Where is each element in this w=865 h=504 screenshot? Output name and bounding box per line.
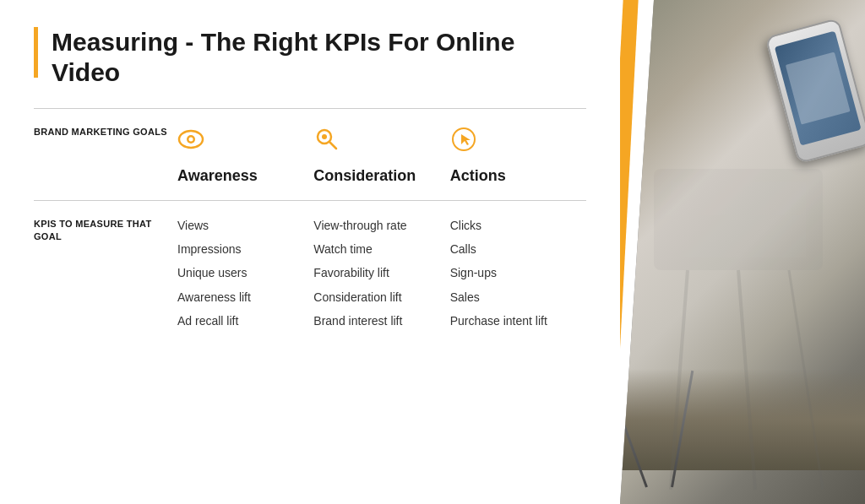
svg-point-5 bbox=[322, 134, 327, 139]
kpi-calls: Calls bbox=[450, 241, 569, 257]
kpi-clicks: Clicks bbox=[450, 218, 569, 233]
goals-columns: Awareness Consideration bbox=[177, 126, 586, 185]
actions-column: Actions bbox=[450, 126, 586, 185]
divider-1 bbox=[34, 108, 586, 109]
kpis-columns: Views Impressions Unique users Awareness… bbox=[177, 218, 586, 328]
kpi-consideration-lift: Consideration lift bbox=[313, 290, 432, 305]
awareness-title: Awareness bbox=[177, 167, 258, 185]
divider-2 bbox=[34, 200, 586, 201]
brand-marketing-goals-label: BRAND MARKETING GOALS bbox=[34, 126, 177, 138]
goals-header-row: BRAND MARKETING GOALS Awareness bbox=[34, 126, 586, 185]
svg-line-10 bbox=[738, 270, 755, 490]
kpi-watch-time: Watch time bbox=[313, 241, 432, 257]
title-bar: Measuring - The Right KPIs For Online Vi… bbox=[34, 27, 586, 88]
svg-line-4 bbox=[329, 142, 336, 149]
eye-icon bbox=[177, 126, 204, 162]
left-content: Measuring - The Right KPIs For Online Vi… bbox=[0, 0, 620, 504]
awareness-column: Awareness bbox=[177, 126, 313, 185]
consideration-kpis: View-through rate Watch time Favorabilit… bbox=[313, 218, 449, 328]
actions-title: Actions bbox=[450, 167, 506, 185]
kpi-awareness-lift: Awareness lift bbox=[177, 290, 296, 305]
photo-background bbox=[620, 0, 865, 504]
consideration-title: Consideration bbox=[313, 167, 416, 185]
right-image-panel bbox=[620, 0, 865, 504]
kpi-brand-interest-lift: Brand interest lift bbox=[313, 313, 432, 328]
title-accent-bar bbox=[34, 27, 38, 78]
kpi-favorability-lift: Favorability lift bbox=[313, 265, 432, 280]
svg-line-9 bbox=[671, 270, 688, 490]
search-icon bbox=[313, 126, 340, 162]
awareness-kpis: Views Impressions Unique users Awareness… bbox=[177, 218, 313, 328]
svg-point-2 bbox=[189, 138, 193, 142]
svg-line-11 bbox=[789, 270, 823, 490]
kpi-unique-users: Unique users bbox=[177, 265, 296, 280]
page-container: Measuring - The Right KPIs For Online Vi… bbox=[0, 0, 865, 504]
kpis-label: KPIs TO MEASURE THAT GOAL bbox=[34, 218, 177, 244]
kpi-views: Views bbox=[177, 218, 296, 233]
kpi-sales: Sales bbox=[450, 290, 569, 305]
svg-rect-8 bbox=[671, 182, 806, 257]
kpi-purchase-intent-lift: Purchase intent lift bbox=[450, 313, 569, 328]
kpi-impressions: Impressions bbox=[177, 241, 296, 257]
consideration-column: Consideration bbox=[313, 126, 449, 185]
kpis-row: KPIs TO MEASURE THAT GOAL Views Impressi… bbox=[34, 218, 586, 328]
kpi-signups: Sign-ups bbox=[450, 265, 569, 280]
kpi-ad-recall-lift: Ad recall lift bbox=[177, 313, 296, 328]
actions-kpis: Clicks Calls Sign-ups Sales Purchase int… bbox=[450, 218, 586, 328]
photo-area bbox=[620, 0, 865, 504]
kpi-view-through-rate: View-through rate bbox=[313, 218, 432, 233]
cursor-icon bbox=[450, 126, 477, 162]
page-title: Measuring - The Right KPIs For Online Vi… bbox=[52, 27, 586, 88]
